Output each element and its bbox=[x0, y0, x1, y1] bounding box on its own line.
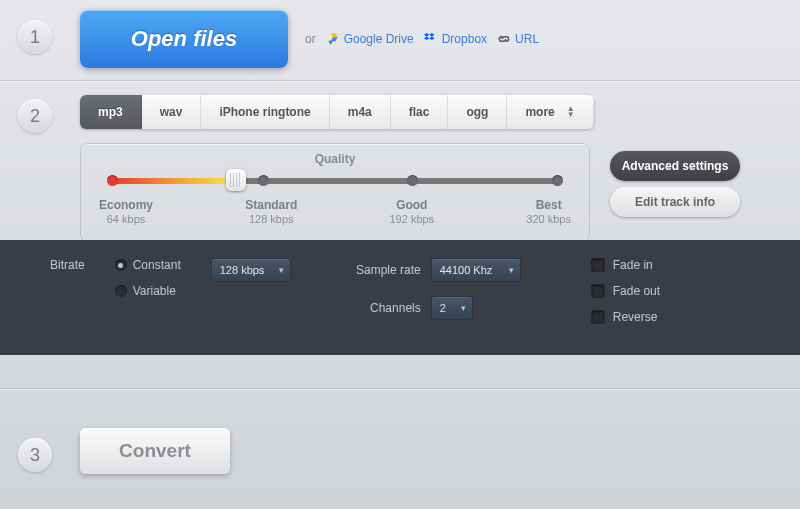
google-drive-icon bbox=[326, 32, 340, 46]
tab-more[interactable]: more ▲▼ bbox=[507, 95, 593, 129]
advanced-settings-panel: Bitrate Constant Variable 128 kbps Sampl… bbox=[0, 240, 800, 355]
quality-label-best: Best320 kbps bbox=[526, 198, 571, 226]
slider-stop-best[interactable] bbox=[552, 175, 563, 186]
edit-track-info-button[interactable]: Edit track info bbox=[610, 187, 740, 217]
bitrate-label: Bitrate bbox=[50, 258, 85, 272]
quality-panel: Quality Economy64 kbps Standard128 kbps … bbox=[80, 143, 590, 243]
quality-labels: Economy64 kbps Standard128 kbps Good192 … bbox=[99, 198, 571, 226]
convert-button[interactable]: Convert bbox=[80, 428, 230, 474]
checkbox-icon bbox=[591, 310, 605, 324]
radio-icon bbox=[115, 285, 127, 297]
tab-flac[interactable]: flac bbox=[391, 95, 449, 129]
bitrate-variable-radio[interactable]: Variable bbox=[115, 284, 181, 298]
checkbox-icon bbox=[591, 284, 605, 298]
radio-icon bbox=[115, 259, 127, 271]
tab-mp3[interactable]: mp3 bbox=[80, 95, 142, 129]
bitrate-constant-radio[interactable]: Constant bbox=[115, 258, 181, 272]
alt-sources-row: or Google Drive Dropbox URL bbox=[305, 32, 539, 46]
step-1-section: 1 Open files or Google Drive Dropbox URL bbox=[0, 0, 800, 80]
quality-label-standard: Standard128 kbps bbox=[245, 198, 297, 226]
advanced-settings-button[interactable]: Advanced settings bbox=[610, 151, 740, 181]
divider bbox=[0, 388, 800, 389]
step-3-badge: 3 bbox=[18, 438, 52, 472]
slider-fill bbox=[109, 178, 236, 184]
updown-icon: ▲▼ bbox=[567, 106, 575, 118]
checkbox-icon bbox=[591, 258, 605, 272]
reverse-checkbox[interactable]: Reverse bbox=[591, 310, 660, 324]
google-drive-link[interactable]: Google Drive bbox=[326, 32, 414, 46]
channels-select[interactable]: 2 bbox=[431, 296, 473, 320]
sample-rate-select[interactable]: 44100 Khz bbox=[431, 258, 521, 282]
step-2-section: 2 mp3 wav iPhone ringtone m4a flac ogg m… bbox=[0, 81, 800, 241]
format-tabs: mp3 wav iPhone ringtone m4a flac ogg mor… bbox=[80, 95, 594, 129]
tab-wav[interactable]: wav bbox=[142, 95, 202, 129]
sample-rate-label: Sample rate bbox=[341, 263, 421, 277]
fade-in-checkbox[interactable]: Fade in bbox=[591, 258, 660, 272]
tab-m4a[interactable]: m4a bbox=[330, 95, 391, 129]
link-icon bbox=[497, 32, 511, 46]
step-1-badge: 1 bbox=[18, 20, 52, 54]
dropbox-icon bbox=[424, 32, 438, 46]
fade-out-checkbox[interactable]: Fade out bbox=[591, 284, 660, 298]
url-link[interactable]: URL bbox=[497, 32, 539, 46]
quality-label-economy: Economy64 kbps bbox=[99, 198, 153, 226]
slider-stop-good[interactable] bbox=[407, 175, 418, 186]
open-files-button[interactable]: Open files bbox=[80, 10, 288, 68]
quality-label-good: Good192 kbps bbox=[389, 198, 434, 226]
channels-label: Channels bbox=[341, 301, 421, 315]
bitrate-select[interactable]: 128 kbps bbox=[211, 258, 291, 282]
tab-ogg[interactable]: ogg bbox=[448, 95, 507, 129]
slider-handle[interactable] bbox=[226, 169, 246, 191]
slider-stop-standard[interactable] bbox=[258, 175, 269, 186]
tab-iphone-ringtone[interactable]: iPhone ringtone bbox=[201, 95, 329, 129]
quality-title: Quality bbox=[81, 152, 589, 166]
slider-stop-economy[interactable] bbox=[107, 175, 118, 186]
or-text: or bbox=[305, 32, 316, 46]
dropbox-link[interactable]: Dropbox bbox=[424, 32, 487, 46]
quality-slider[interactable] bbox=[109, 178, 561, 184]
step-3-section: 3 Convert bbox=[0, 410, 800, 450]
step-2-badge: 2 bbox=[18, 99, 52, 133]
